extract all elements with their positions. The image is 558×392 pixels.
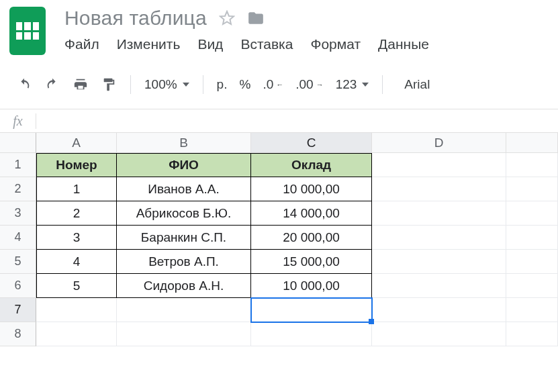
svg-marker-0	[220, 11, 234, 24]
cell-A6[interactable]: 5	[36, 274, 117, 298]
format-currency-button[interactable]: р.	[213, 77, 232, 92]
chevron-down-icon	[362, 83, 369, 87]
undo-icon[interactable]	[12, 72, 36, 97]
cell-C2[interactable]: 10 000,00	[251, 177, 372, 201]
print-icon[interactable]	[68, 72, 93, 97]
zoom-dropdown[interactable]: 100%	[140, 77, 193, 92]
col-head-e[interactable]	[506, 133, 558, 153]
star-icon[interactable]	[219, 10, 235, 26]
menu-bar: Файл Изменить Вид Вставка Формат Данные	[64, 36, 549, 52]
menu-data[interactable]: Данные	[378, 36, 429, 52]
fx-label: fx	[0, 113, 36, 129]
cell-B2[interactable]: Иванов А.А.	[117, 177, 251, 201]
cell-A2[interactable]: 1	[36, 177, 117, 201]
cell-E7[interactable]	[506, 298, 558, 322]
cell-C3[interactable]: 14 000,00	[251, 201, 372, 226]
cell-B1[interactable]: ФИО	[117, 153, 251, 177]
row-head-5[interactable]: 5	[0, 250, 36, 274]
folder-icon[interactable]	[247, 9, 265, 27]
col-head-d[interactable]: D	[372, 133, 506, 153]
menu-format[interactable]: Формат	[310, 36, 361, 52]
cell-B3[interactable]: Абрикосов Б.Ю.	[117, 201, 251, 226]
cell-D3[interactable]	[372, 201, 506, 226]
formula-input[interactable]	[36, 109, 558, 132]
selection-handle[interactable]	[369, 319, 374, 324]
cell-D8[interactable]	[372, 322, 506, 346]
cell-B7[interactable]	[117, 298, 251, 322]
cell-E1[interactable]	[506, 153, 558, 177]
cell-C8[interactable]	[251, 322, 372, 346]
menu-view[interactable]: Вид	[197, 36, 223, 52]
cell-B8[interactable]	[117, 322, 251, 346]
cell-C7[interactable]	[251, 298, 372, 322]
separator	[382, 75, 383, 94]
row-head-3[interactable]: 3	[0, 201, 36, 226]
number-format-dropdown[interactable]: 123	[332, 77, 373, 92]
decrease-decimal-button[interactable]: .0←	[259, 77, 287, 92]
cell-D4[interactable]	[372, 226, 506, 250]
cell-A7[interactable]	[36, 298, 117, 322]
cell-C1[interactable]: Оклад	[251, 153, 372, 177]
header: Новая таблица Файл Изменить Вид Вставка …	[0, 0, 558, 55]
row-head-7[interactable]: 7	[0, 298, 36, 322]
formula-bar: fx	[0, 109, 558, 133]
row-head-4[interactable]: 4	[0, 226, 36, 250]
cell-B4[interactable]: Баранкин С.П.	[117, 226, 251, 250]
cell-C5[interactable]: 15 000,00	[251, 250, 372, 274]
select-all-corner[interactable]	[0, 133, 36, 153]
row-head-8[interactable]: 8	[0, 322, 36, 346]
col-head-b[interactable]: B	[117, 133, 251, 153]
document-title[interactable]: Новая таблица	[64, 7, 207, 30]
cell-A3[interactable]: 2	[36, 201, 117, 226]
cell-E6[interactable]	[506, 274, 558, 298]
cell-A4[interactable]: 3	[36, 226, 117, 250]
format-percent-button[interactable]: %	[235, 77, 254, 92]
col-head-a[interactable]: A	[36, 133, 117, 153]
cell-D2[interactable]	[372, 177, 506, 201]
menu-edit[interactable]: Изменить	[117, 36, 181, 52]
cell-D7[interactable]	[372, 298, 506, 322]
cell-D6[interactable]	[372, 274, 506, 298]
sheets-logo[interactable]	[9, 7, 46, 55]
cell-E5[interactable]	[506, 250, 558, 274]
menu-insert[interactable]: Вставка	[240, 36, 293, 52]
redo-icon[interactable]	[40, 72, 64, 97]
cell-D1[interactable]	[372, 153, 506, 177]
menu-file[interactable]: Файл	[64, 36, 99, 52]
cell-C4[interactable]: 20 000,00	[251, 226, 372, 250]
cell-B5[interactable]: Ветров А.П.	[117, 250, 251, 274]
zoom-value: 100%	[144, 77, 177, 92]
row-head-1[interactable]: 1	[0, 153, 36, 177]
sheets-icon	[16, 22, 39, 40]
increase-decimal-button[interactable]: .00→	[291, 77, 327, 92]
cell-D5[interactable]	[372, 250, 506, 274]
cell-E4[interactable]	[506, 226, 558, 250]
chevron-down-icon	[183, 83, 189, 87]
cell-E2[interactable]	[506, 177, 558, 201]
row-head-2[interactable]: 2	[0, 177, 36, 201]
spreadsheet-grid[interactable]: A B C D 1 Номер ФИО Оклад 2 1 Иванов А.А…	[0, 133, 558, 346]
separator	[130, 75, 131, 94]
paint-format-icon[interactable]	[97, 72, 121, 97]
cell-E3[interactable]	[506, 201, 558, 226]
font-family-dropdown[interactable]: Arial	[392, 77, 434, 92]
cell-C6[interactable]: 10 000,00	[251, 274, 372, 298]
col-head-c[interactable]: C	[251, 133, 372, 153]
cell-E8[interactable]	[506, 322, 558, 346]
separator	[203, 75, 203, 94]
row-head-6[interactable]: 6	[0, 274, 36, 298]
cell-A8[interactable]	[36, 322, 117, 346]
toolbar: 100% р. % .0← .00→ 123 Arial	[0, 70, 558, 99]
cell-A1[interactable]: Номер	[36, 153, 117, 177]
cell-A5[interactable]: 4	[36, 250, 117, 274]
cell-B6[interactable]: Сидоров А.Н.	[117, 274, 251, 298]
